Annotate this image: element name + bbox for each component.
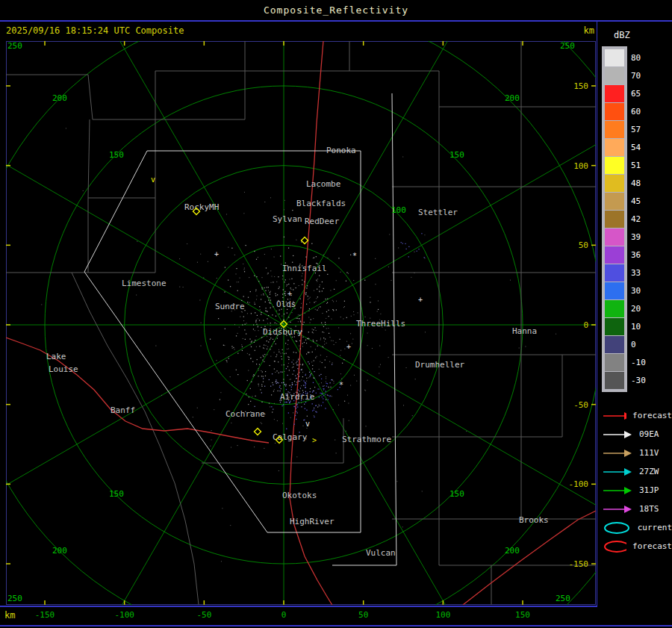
echo-dot: [322, 332, 323, 332]
echo-dot: [309, 298, 310, 299]
echo-dot: [340, 317, 341, 317]
echo-dot: [296, 352, 296, 353]
echo-dot: [292, 367, 293, 368]
echo-dot: [287, 366, 288, 367]
echo-dot: [326, 386, 327, 387]
echo-dot: [228, 356, 229, 357]
echo-dot: [350, 333, 351, 334]
echo-dot: [317, 406, 318, 407]
echo-dot: [326, 356, 327, 357]
echo-dot: [276, 295, 276, 296]
echo-dot: [267, 341, 267, 341]
colorbar-swatch: [605, 228, 624, 246]
echo-dot: [412, 415, 413, 416]
storm-marker: +: [214, 250, 219, 258]
echo-dot: [316, 393, 317, 394]
echo-dot: [323, 395, 324, 396]
echo-dot: [284, 200, 285, 201]
echo-dot: [347, 395, 348, 396]
colorbar-swatch: [605, 139, 624, 156]
echo-dot: [302, 376, 303, 377]
echo-dot: [305, 383, 306, 384]
echo-dot: [261, 294, 262, 295]
echo-dot: [284, 353, 284, 354]
echo-dot: [263, 320, 264, 321]
echo-dot: [326, 328, 327, 329]
echo-dot: [312, 329, 313, 329]
echo-dot: [336, 301, 337, 302]
echo-dot: [282, 372, 283, 373]
echo-dot: [309, 302, 310, 303]
echo-dot: [291, 389, 292, 390]
echo-dot: [259, 364, 260, 364]
echo-dot: [424, 258, 425, 258]
echo-dot: [326, 311, 327, 312]
echo-dot: [253, 374, 254, 375]
echo-dot: [137, 241, 137, 242]
echo-dot: [254, 251, 255, 252]
echo-dot: [264, 254, 265, 255]
echo-dot: [234, 324, 235, 325]
echo-dot: [271, 249, 272, 249]
echo-dot: [284, 282, 284, 282]
echo-dot: [275, 443, 276, 444]
echo-dot: [251, 313, 252, 314]
echo-dot: [249, 277, 249, 278]
echo-dot: [330, 382, 331, 383]
echo-dot: [321, 405, 322, 406]
echo-dot: [179, 258, 180, 259]
echo-dot: [417, 251, 417, 252]
echo-dot: [310, 297, 311, 298]
echo-dot: [225, 329, 225, 329]
ring-distance-label: 250: [560, 41, 575, 51]
echo-dot: [281, 382, 282, 383]
echo-dot: [254, 302, 255, 302]
echo-dot: [378, 300, 379, 301]
echo-dot: [281, 264, 281, 264]
echo-dot: [270, 293, 270, 294]
echo-dot: [216, 360, 217, 361]
radar-map[interactable]: 150100500-50-100-15025020015010015020025…: [6, 41, 596, 605]
echo-dot: [267, 318, 267, 319]
echo-dot: [297, 364, 298, 365]
echo-dot: [356, 381, 357, 382]
echo-dot: [322, 282, 323, 282]
echo-dot: [308, 361, 308, 362]
vector-legend-label: current: [638, 523, 672, 532]
echo-dot: [274, 419, 275, 420]
echo-dot: [288, 317, 289, 317]
storm-marker: v: [305, 420, 310, 428]
echo-dot: [155, 346, 156, 346]
echo-dot: [283, 382, 284, 383]
city-label: Okotoks: [282, 491, 317, 500]
y-axis-tick-label: 150: [573, 81, 588, 91]
echo-dot: [292, 382, 293, 383]
echo-dot: [256, 364, 257, 364]
echo-dot: [323, 402, 323, 402]
echo-dot: [319, 276, 320, 276]
echo-dot: [323, 338, 324, 338]
storm-marker: +: [346, 343, 351, 351]
echo-dot: [329, 333, 329, 334]
echo-dot: [220, 392, 221, 393]
echo-dot: [308, 296, 308, 296]
echo-dot: [280, 255, 281, 256]
echo-dot: [249, 302, 250, 303]
echo-dot: [261, 314, 261, 314]
echo-dot: [300, 298, 301, 299]
echo-dot: [327, 383, 328, 384]
echo-dot: [292, 374, 293, 375]
echo-dot: [286, 429, 287, 429]
y-axis-tick-label: -100: [569, 479, 589, 489]
echo-dot: [311, 346, 311, 347]
echo-dot: [264, 361, 264, 362]
echo-dot: [402, 157, 403, 158]
echo-dot: [299, 315, 300, 316]
echo-dot: [324, 385, 325, 386]
echo-dot: [284, 371, 284, 372]
echo-dot: [279, 385, 280, 386]
echo-dot: [292, 210, 293, 211]
echo-dot: [268, 297, 269, 298]
echo-dot: [328, 387, 329, 388]
echo-dot: [276, 343, 276, 344]
